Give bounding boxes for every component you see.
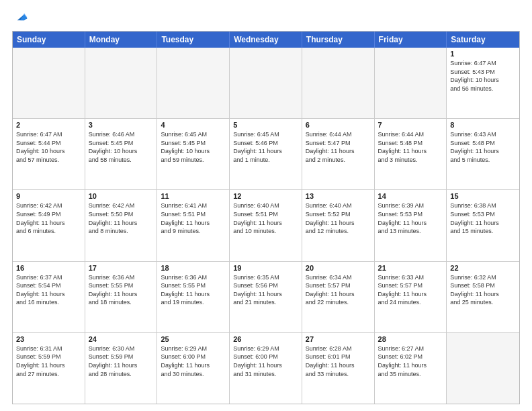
day-info: Sunrise: 6:42 AM Sunset: 5:50 PM Dayligh…: [89, 201, 154, 235]
day-number: 5: [233, 121, 298, 129]
calendar-row-4: 16Sunrise: 6:37 AM Sunset: 5:54 PM Dayli…: [13, 261, 519, 332]
day-number: 14: [378, 192, 443, 200]
day-info: Sunrise: 6:44 AM Sunset: 5:47 PM Dayligh…: [306, 130, 371, 164]
day-info: Sunrise: 6:36 AM Sunset: 5:55 PM Dayligh…: [161, 273, 226, 307]
day-cell-8: 8Sunrise: 6:43 AM Sunset: 5:48 PM Daylig…: [447, 119, 519, 189]
day-info: Sunrise: 6:34 AM Sunset: 5:57 PM Dayligh…: [306, 273, 371, 307]
day-info: Sunrise: 6:40 AM Sunset: 5:52 PM Dayligh…: [306, 201, 371, 235]
day-number: 21: [378, 264, 443, 272]
day-cell-27: 27Sunrise: 6:28 AM Sunset: 6:01 PM Dayli…: [302, 333, 375, 404]
logo: [12, 12, 28, 24]
day-info: Sunrise: 6:45 AM Sunset: 5:45 PM Dayligh…: [161, 130, 226, 164]
day-cell-10: 10Sunrise: 6:42 AM Sunset: 5:50 PM Dayli…: [85, 190, 158, 261]
day-number: 11: [161, 192, 226, 200]
day-number: 1: [450, 50, 516, 58]
day-number: 19: [233, 264, 298, 272]
day-cell-17: 17Sunrise: 6:36 AM Sunset: 5:55 PM Dayli…: [85, 262, 158, 332]
day-info: Sunrise: 6:40 AM Sunset: 5:51 PM Dayligh…: [233, 201, 298, 235]
empty-cell: [447, 333, 519, 404]
day-number: 13: [306, 192, 371, 200]
day-number: 2: [16, 121, 81, 129]
day-info: Sunrise: 6:47 AM Sunset: 5:43 PM Dayligh…: [450, 59, 516, 93]
day-cell-20: 20Sunrise: 6:34 AM Sunset: 5:57 PM Dayli…: [302, 262, 375, 332]
day-info: Sunrise: 6:33 AM Sunset: 5:57 PM Dayligh…: [378, 273, 443, 307]
day-cell-21: 21Sunrise: 6:33 AM Sunset: 5:57 PM Dayli…: [375, 262, 447, 332]
day-cell-5: 5Sunrise: 6:45 AM Sunset: 5:46 PM Daylig…: [230, 119, 302, 189]
day-cell-12: 12Sunrise: 6:40 AM Sunset: 5:51 PM Dayli…: [230, 190, 302, 261]
day-info: Sunrise: 6:37 AM Sunset: 5:54 PM Dayligh…: [16, 273, 81, 307]
day-info: Sunrise: 6:27 AM Sunset: 6:02 PM Dayligh…: [378, 345, 443, 378]
day-info: Sunrise: 6:31 AM Sunset: 5:59 PM Dayligh…: [16, 345, 81, 378]
day-cell-2: 2Sunrise: 6:47 AM Sunset: 5:44 PM Daylig…: [13, 119, 85, 189]
empty-cell: [157, 48, 230, 118]
calendar-row-1: 1Sunrise: 6:47 AM Sunset: 5:43 PM Daylig…: [13, 48, 519, 118]
header-day-saturday: Saturday: [447, 32, 519, 48]
day-number: 25: [161, 335, 226, 343]
day-number: 22: [450, 264, 516, 272]
day-info: Sunrise: 6:39 AM Sunset: 5:53 PM Dayligh…: [378, 201, 443, 235]
day-number: 10: [89, 192, 154, 200]
day-cell-6: 6Sunrise: 6:44 AM Sunset: 5:47 PM Daylig…: [302, 119, 375, 189]
calendar: SundayMondayTuesdayWednesdayThursdayFrid…: [12, 31, 520, 404]
day-number: 24: [89, 335, 154, 343]
header: [12, 12, 520, 24]
day-info: Sunrise: 6:29 AM Sunset: 6:00 PM Dayligh…: [161, 345, 226, 378]
day-number: 20: [306, 264, 371, 272]
day-cell-11: 11Sunrise: 6:41 AM Sunset: 5:51 PM Dayli…: [157, 190, 230, 261]
header-day-tuesday: Tuesday: [157, 32, 230, 48]
day-number: 17: [89, 264, 154, 272]
day-cell-16: 16Sunrise: 6:37 AM Sunset: 5:54 PM Dayli…: [13, 262, 85, 332]
calendar-row-3: 9Sunrise: 6:42 AM Sunset: 5:49 PM Daylig…: [13, 189, 519, 261]
header-day-monday: Monday: [85, 32, 158, 48]
day-cell-9: 9Sunrise: 6:42 AM Sunset: 5:49 PM Daylig…: [13, 190, 85, 261]
day-cell-18: 18Sunrise: 6:36 AM Sunset: 5:55 PM Dayli…: [157, 262, 230, 332]
day-number: 18: [161, 264, 226, 272]
header-day-friday: Friday: [375, 32, 447, 48]
day-cell-3: 3Sunrise: 6:46 AM Sunset: 5:45 PM Daylig…: [85, 119, 158, 189]
day-cell-22: 22Sunrise: 6:32 AM Sunset: 5:58 PM Dayli…: [447, 262, 519, 332]
day-info: Sunrise: 6:41 AM Sunset: 5:51 PM Dayligh…: [161, 201, 226, 235]
empty-cell: [230, 48, 302, 118]
day-cell-13: 13Sunrise: 6:40 AM Sunset: 5:52 PM Dayli…: [302, 190, 375, 261]
day-cell-15: 15Sunrise: 6:38 AM Sunset: 5:53 PM Dayli…: [447, 190, 519, 261]
day-cell-14: 14Sunrise: 6:39 AM Sunset: 5:53 PM Dayli…: [375, 190, 447, 261]
day-number: 7: [378, 121, 443, 129]
day-info: Sunrise: 6:42 AM Sunset: 5:49 PM Dayligh…: [16, 201, 81, 235]
day-cell-24: 24Sunrise: 6:30 AM Sunset: 5:59 PM Dayli…: [85, 333, 158, 404]
day-number: 12: [233, 192, 298, 200]
svg-marker-1: [20, 13, 27, 20]
calendar-header: SundayMondayTuesdayWednesdayThursdayFrid…: [13, 32, 519, 48]
day-info: Sunrise: 6:45 AM Sunset: 5:46 PM Dayligh…: [233, 130, 298, 164]
day-number: 9: [16, 192, 81, 200]
day-info: Sunrise: 6:28 AM Sunset: 6:01 PM Dayligh…: [306, 345, 371, 378]
day-number: 27: [306, 335, 371, 343]
day-info: Sunrise: 6:29 AM Sunset: 6:00 PM Dayligh…: [233, 345, 298, 378]
day-number: 3: [89, 121, 154, 129]
empty-cell: [375, 48, 447, 118]
day-number: 26: [233, 335, 298, 343]
day-info: Sunrise: 6:30 AM Sunset: 5:59 PM Dayligh…: [89, 345, 154, 378]
empty-cell: [302, 48, 375, 118]
day-info: Sunrise: 6:43 AM Sunset: 5:48 PM Dayligh…: [450, 130, 516, 164]
page: SundayMondayTuesdayWednesdayThursdayFrid…: [0, 0, 532, 411]
day-info: Sunrise: 6:44 AM Sunset: 5:48 PM Dayligh…: [378, 130, 443, 164]
header-day-thursday: Thursday: [302, 32, 375, 48]
empty-cell: [85, 48, 158, 118]
day-info: Sunrise: 6:38 AM Sunset: 5:53 PM Dayligh…: [450, 201, 516, 235]
day-number: 23: [16, 335, 81, 343]
day-number: 8: [450, 121, 516, 129]
calendar-row-5: 23Sunrise: 6:31 AM Sunset: 5:59 PM Dayli…: [13, 332, 519, 404]
logo-icon: [13, 9, 28, 24]
day-info: Sunrise: 6:36 AM Sunset: 5:55 PM Dayligh…: [89, 273, 154, 307]
day-info: Sunrise: 6:47 AM Sunset: 5:44 PM Dayligh…: [16, 130, 81, 164]
day-number: 4: [161, 121, 226, 129]
day-number: 28: [378, 335, 443, 343]
day-cell-4: 4Sunrise: 6:45 AM Sunset: 5:45 PM Daylig…: [157, 119, 230, 189]
day-number: 6: [306, 121, 371, 129]
calendar-body: 1Sunrise: 6:47 AM Sunset: 5:43 PM Daylig…: [13, 48, 519, 404]
day-cell-19: 19Sunrise: 6:35 AM Sunset: 5:56 PM Dayli…: [230, 262, 302, 332]
day-cell-28: 28Sunrise: 6:27 AM Sunset: 6:02 PM Dayli…: [375, 333, 447, 404]
day-cell-1: 1Sunrise: 6:47 AM Sunset: 5:43 PM Daylig…: [447, 48, 519, 118]
header-day-sunday: Sunday: [13, 32, 85, 48]
calendar-row-2: 2Sunrise: 6:47 AM Sunset: 5:44 PM Daylig…: [13, 118, 519, 189]
